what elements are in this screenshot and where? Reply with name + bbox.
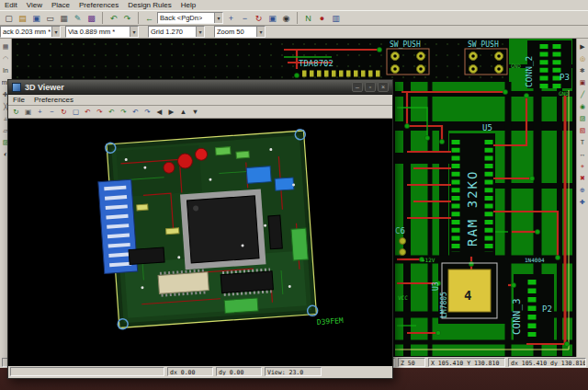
combo-dropdown-icon[interactable] xyxy=(196,27,204,37)
back-combo-value: Back <PgDn> xyxy=(160,14,202,22)
drc-icon[interactable]: ● xyxy=(316,12,328,24)
pcb-label-conn2: CONN_2 xyxy=(524,56,534,87)
delete-item-icon[interactable]: ✖ xyxy=(578,173,588,183)
rotate-x-neg-icon[interactable]: ↶ xyxy=(83,107,93,117)
back-icon-group: ← xyxy=(143,12,155,24)
rotate-x-pos-icon[interactable]: ↷ xyxy=(95,107,105,117)
pcb-pad4-label: 4 xyxy=(464,288,471,303)
pcb-label-vcc: VCC xyxy=(398,294,408,301)
netlist-icon[interactable]: N xyxy=(302,12,314,24)
back-arrow-icon[interactable]: ← xyxy=(143,12,155,24)
viewer3d-window-icon xyxy=(12,83,21,92)
add-text-icon[interactable]: T xyxy=(578,137,588,147)
undo-icon[interactable]: ↶ xyxy=(107,12,119,24)
highlight-net-icon[interactable]: ◎ xyxy=(578,53,588,63)
select-tool-icon[interactable]: ▶ xyxy=(578,41,588,52)
reload-board-icon[interactable]: ↻ xyxy=(11,107,21,117)
combo-dropdown-icon[interactable] xyxy=(214,13,222,23)
plot-icon[interactable]: ✎ xyxy=(72,12,84,24)
drill-origin-icon[interactable]: ⊕ xyxy=(578,185,588,195)
zoom-redraw-icon[interactable]: ↻ xyxy=(253,12,265,24)
combo-dropdown-icon[interactable] xyxy=(130,27,138,37)
add-via-icon[interactable]: ◉ xyxy=(578,101,588,111)
zoom-in-icon[interactable]: + xyxy=(35,107,45,117)
pcb-label-p2: P2 xyxy=(542,304,552,314)
menu-help[interactable]: Help xyxy=(181,1,196,9)
new-board-icon[interactable]: ▢ xyxy=(3,12,15,24)
back-combo[interactable]: Back <PgDn> xyxy=(157,12,223,24)
show-ratsnest-icon[interactable]: ✱ xyxy=(578,65,588,75)
zoom-value: Zoom 50 xyxy=(217,28,244,36)
menu-edit[interactable]: Edit xyxy=(5,1,17,9)
maximize-button[interactable]: ▫ xyxy=(365,82,376,92)
redo-icon[interactable]: ↷ xyxy=(121,12,133,24)
pcb-label-plus12v: +12V xyxy=(422,257,435,263)
track-width-combo[interactable]: ack 0.203 mm * xyxy=(0,26,61,38)
copy-image-icon[interactable]: ▣ xyxy=(23,107,33,117)
viewer3d-window: 3D Viewer –▫× FilePreferences ↻▣+−↻▢↶↷↶↷… xyxy=(7,79,393,379)
menu-file[interactable]: File xyxy=(13,96,25,104)
viewer3d-titlebar[interactable]: 3D Viewer –▫× xyxy=(8,80,392,95)
zoom-redraw-icon[interactable]: ↻ xyxy=(59,107,69,117)
polar-coords-icon[interactable]: ◠ xyxy=(1,53,11,63)
combo-dropdown-icon[interactable] xyxy=(51,27,60,37)
viewer3d-canvas[interactable]: D39FEM xyxy=(8,119,392,366)
print-icon[interactable]: ▦ xyxy=(58,12,70,24)
add-module-icon[interactable]: ▣ xyxy=(578,77,588,87)
grid-toggle-icon[interactable]: ▦ xyxy=(1,41,11,52)
rotate-z-pos-icon[interactable]: ↷ xyxy=(142,107,153,117)
status-abs-position-field: X 105.410 Y 130.810 xyxy=(428,358,505,367)
menu-preferences[interactable]: Preferences xyxy=(34,96,74,104)
undo-icon-group: ↶↷ xyxy=(107,12,133,24)
rotate-y-neg-icon[interactable]: ↶ xyxy=(107,107,117,117)
add-zone-icon[interactable]: ▨ xyxy=(578,113,588,123)
close-button[interactable]: × xyxy=(378,82,389,92)
grid-combo[interactable]: Grid 1.270 xyxy=(148,26,205,38)
menu-view[interactable]: View xyxy=(27,1,42,9)
main-menubar: EditViewPlacePreferencesDesign RulesHelp xyxy=(0,0,588,10)
menu-design-rules[interactable]: Design Rules xyxy=(128,1,172,9)
add-target-icon[interactable]: ⌖ xyxy=(578,161,588,171)
window-buttons: –▫× xyxy=(352,82,389,92)
net-icon-group: N●▥ xyxy=(302,12,342,24)
sheet-settings-icon[interactable]: ▭ xyxy=(44,12,56,24)
pcb-label-lm7805: LM7805 xyxy=(440,292,448,318)
zoom-combo[interactable]: Zoom 50 xyxy=(214,26,266,38)
move-right-icon[interactable]: ▶ xyxy=(166,107,176,117)
pcb-label-sw2: SW_PUSH xyxy=(468,40,499,49)
menu-preferences[interactable]: Preferences xyxy=(79,1,119,9)
open-board-icon[interactable]: ▤ xyxy=(17,12,28,24)
add-keepout-icon[interactable]: ▧ xyxy=(578,125,588,135)
pcb-label-c6: C6 xyxy=(395,226,405,235)
rotate-y-pos-icon[interactable]: ↷ xyxy=(119,107,129,117)
via-size-combo[interactable]: Via 0.889 mm * xyxy=(65,26,139,38)
zoom-out-icon[interactable]: − xyxy=(47,107,57,117)
zoom-fit-icon[interactable]: ▢ xyxy=(71,107,81,117)
save-board-icon[interactable]: ▣ xyxy=(30,12,42,24)
module-editor-icon[interactable]: ▩ xyxy=(85,12,97,24)
grid-origin-icon[interactable]: ✚ xyxy=(578,197,588,207)
zoom-icon-group: +−↻▣◉ xyxy=(225,12,292,24)
move-up-icon[interactable]: ▲ xyxy=(178,107,188,117)
add-dimension-icon[interactable]: ↔ xyxy=(578,149,588,159)
toolbar-separator xyxy=(102,12,103,24)
move-down-icon[interactable]: ▼ xyxy=(190,107,200,117)
menu-place[interactable]: Place xyxy=(51,1,70,9)
zoom-out-icon[interactable]: − xyxy=(239,12,251,24)
combo-dropdown-icon[interactable] xyxy=(256,27,265,37)
move-left-icon[interactable]: ◀ xyxy=(154,107,164,117)
zoom-in-icon[interactable]: + xyxy=(225,12,237,24)
units-inches-icon[interactable]: In xyxy=(1,65,11,75)
pcb-label-gnd2: GND xyxy=(559,90,569,97)
zoom-fit-icon[interactable]: ▣ xyxy=(266,12,278,24)
pcb-label-tda8702: TDA8702 xyxy=(299,59,334,68)
viewer3d-status-view: View: 23.0 xyxy=(265,367,322,376)
layers-icon[interactable]: ▥ xyxy=(330,12,342,24)
find-icon[interactable]: ◉ xyxy=(280,12,292,24)
status-zoom-field: Z 50 xyxy=(398,358,425,367)
add-track-icon[interactable]: ╱ xyxy=(578,89,588,99)
toolbar-separator xyxy=(138,12,139,24)
rotate-z-neg-icon[interactable]: ↶ xyxy=(130,107,141,117)
minimize-button[interactable]: – xyxy=(352,82,363,92)
pcb-label-sw1: SW_PUSH xyxy=(390,40,421,49)
